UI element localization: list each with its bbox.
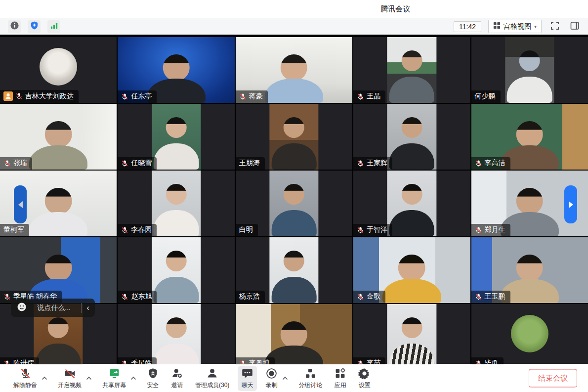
participant-name: 陈进儒 bbox=[13, 359, 34, 364]
fullscreen-icon bbox=[550, 21, 560, 33]
toolbar-button-chat[interactable]: 聊天 bbox=[238, 366, 257, 391]
participant-video bbox=[236, 304, 352, 364]
participant-name: 任晓雪 bbox=[131, 159, 152, 168]
shield-plus-icon bbox=[30, 21, 39, 32]
chevron-up-icon[interactable] bbox=[281, 368, 289, 388]
toolbar-button-breakout[interactable]: 分组讨论 bbox=[295, 366, 326, 391]
participant-name: 李苗 bbox=[367, 359, 380, 364]
participant-cell[interactable]: 毕勇 bbox=[471, 304, 588, 364]
participant-name-label: 吉林大学刘政达 bbox=[0, 90, 79, 103]
participant-name: 杨京浩 bbox=[239, 292, 260, 301]
toolbar-button-invite[interactable]: 邀请 bbox=[168, 366, 187, 391]
participant-cell[interactable]: 赵东旭 bbox=[118, 237, 234, 303]
chevron-up-icon[interactable] bbox=[85, 368, 93, 388]
participant-name-label: 李高洁 bbox=[471, 157, 510, 170]
participant-video bbox=[387, 104, 436, 170]
toolbar-button-label: 邀请 bbox=[171, 381, 183, 390]
muted-mic-icon bbox=[357, 360, 364, 365]
side-panel-button[interactable] bbox=[568, 20, 581, 33]
meeting-protect-button[interactable] bbox=[28, 20, 41, 33]
toolbar-button-share-screen[interactable]: 共享屏幕 bbox=[99, 366, 129, 391]
participant-video bbox=[152, 171, 201, 236]
muted-mic-icon bbox=[121, 160, 128, 167]
network-quality-button[interactable] bbox=[47, 20, 60, 33]
participant-name: 任东亭 bbox=[131, 92, 152, 101]
quick-chat-input[interactable]: 说点什么... bbox=[31, 304, 77, 312]
meeting-info-button[interactable] bbox=[8, 20, 21, 33]
person-silhouette bbox=[29, 188, 87, 236]
participant-name-label: 毕勇 bbox=[471, 357, 504, 364]
toolbar-button-security[interactable]: 安全 bbox=[143, 366, 163, 391]
chevron-up-icon[interactable] bbox=[129, 368, 137, 388]
muted-mic-icon bbox=[475, 160, 482, 167]
participant-cell[interactable]: 金歌 bbox=[353, 237, 470, 303]
emoji-smiley-icon[interactable] bbox=[17, 302, 27, 314]
participant-cell[interactable]: 白明 bbox=[236, 171, 352, 236]
muted-mic-icon bbox=[121, 226, 128, 234]
chevron-up-icon[interactable] bbox=[41, 368, 48, 388]
toolbar-button-label: 聊天 bbox=[242, 381, 253, 390]
participant-cell[interactable]: 杨京浩 bbox=[236, 237, 352, 303]
participant-name: 郑月生 bbox=[485, 225, 505, 234]
participant-cell[interactable]: 王玉鹏 bbox=[471, 237, 588, 303]
fullscreen-button[interactable] bbox=[548, 20, 561, 33]
toolbar-button-mic-muted[interactable]: 解除静音 bbox=[10, 366, 41, 391]
participant-name: 董柯军 bbox=[3, 225, 24, 234]
participant-cell[interactable]: 李春园 bbox=[118, 171, 234, 236]
participant-cell[interactable]: 蒋豪 bbox=[236, 37, 352, 103]
toolbar-button-apps[interactable]: 应用 bbox=[331, 366, 350, 391]
participant-name-label: 季星皓 bbox=[118, 357, 157, 364]
collapse-chat-icon[interactable]: ‹ bbox=[85, 304, 90, 312]
toolbar-button-label: 安全 bbox=[147, 381, 159, 390]
participant-video bbox=[152, 237, 201, 303]
members-icon bbox=[206, 367, 218, 380]
quick-chat-overlay: 说点什么... ‹ bbox=[11, 299, 95, 317]
toolbar-button-members[interactable]: 管理成员(30) bbox=[192, 366, 233, 391]
participant-cell[interactable]: 王晶 bbox=[353, 37, 470, 103]
participant-name: 何少鹏 bbox=[475, 92, 496, 101]
participant-cell[interactable]: 张瑞 bbox=[0, 104, 117, 170]
participant-cell[interactable]: 于智洋 bbox=[353, 171, 470, 236]
layout-view-button[interactable]: 宫格视图 ▾ bbox=[488, 20, 542, 33]
security-icon bbox=[147, 367, 159, 380]
person-silhouette bbox=[271, 251, 316, 303]
participant-name-label: 陈进儒 bbox=[0, 357, 39, 364]
meeting-clock: 11:42 bbox=[454, 21, 481, 32]
participant-cell[interactable]: 季星皓 胡春华 bbox=[0, 237, 117, 303]
person-silhouette bbox=[154, 251, 199, 303]
participant-cell[interactable]: 季星皓 bbox=[118, 304, 234, 364]
participant-cell[interactable]: 李高洁 bbox=[471, 104, 588, 170]
participant-cell[interactable]: 吉林大学刘政达 bbox=[0, 37, 117, 103]
participant-cell[interactable]: 任晓雪 bbox=[118, 104, 234, 170]
person-silhouette bbox=[271, 184, 316, 236]
toolbar-button-label: 设置 bbox=[359, 381, 371, 390]
muted-mic-icon bbox=[121, 293, 128, 301]
muted-mic-icon bbox=[475, 226, 482, 234]
participant-cell[interactable]: 李奥博 bbox=[236, 304, 352, 364]
participant-cell[interactable]: 王朋涛 bbox=[236, 104, 352, 170]
chevron-left-icon bbox=[18, 201, 23, 208]
participant-name: 吉林大学刘政达 bbox=[25, 92, 74, 101]
participant-cell[interactable]: 王家辉 bbox=[353, 104, 470, 170]
participant-name: 蒋豪 bbox=[249, 92, 263, 101]
participant-cell[interactable]: 何少鹏 bbox=[471, 37, 588, 103]
participant-cell[interactable]: 李苗 bbox=[353, 304, 470, 364]
next-page-button[interactable] bbox=[564, 185, 577, 223]
participant-cell[interactable]: 任东亭 bbox=[118, 37, 234, 103]
previous-page-button[interactable] bbox=[14, 185, 27, 223]
grid-view-icon bbox=[493, 22, 501, 31]
toolbar-button-record[interactable]: 录制 bbox=[262, 366, 281, 391]
end-meeting-button[interactable]: 结束会议 bbox=[529, 369, 577, 388]
toolbar-button-camera-muted[interactable]: 开启视频 bbox=[54, 366, 85, 391]
info-icon bbox=[10, 21, 19, 32]
participant-name-label: 金歌 bbox=[353, 291, 385, 303]
participant-name: 赵东旭 bbox=[131, 292, 152, 301]
side-panel-icon bbox=[570, 21, 580, 33]
participant-name: 季星皓 bbox=[131, 359, 152, 364]
avatar bbox=[40, 48, 77, 86]
toolbar-button-settings[interactable]: 设置 bbox=[355, 366, 374, 391]
toolbar-button-label: 解除静音 bbox=[13, 381, 37, 390]
participant-video bbox=[387, 37, 436, 103]
muted-mic-icon bbox=[239, 360, 247, 365]
muted-mic-icon bbox=[121, 360, 128, 365]
